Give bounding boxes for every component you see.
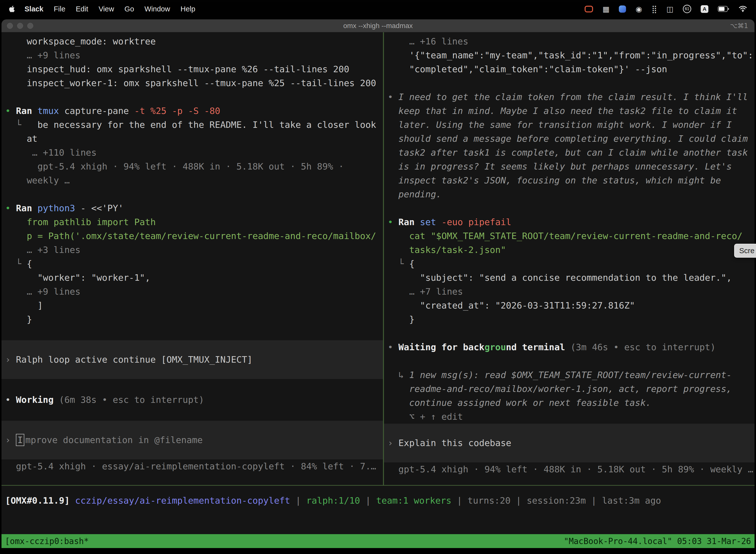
terminal-text-segment: { — [409, 259, 415, 269]
terminal-blank-line — [388, 76, 755, 90]
close-button[interactable] — [7, 23, 13, 29]
terminal-line: • Ran tmux capture-pane -t %25 -p -S -80 — [5, 104, 383, 118]
terminal-text-segment: "created_at": "2026-03-31T11:59:27.816Z" — [388, 300, 635, 311]
terminal-text-segment: } — [5, 314, 32, 324]
terminal-line: "subject": "send a concise recommendatio… — [388, 271, 755, 285]
terminal-text-segment: from pathlib import Path — [5, 217, 156, 227]
terminal-text-segment: └ — [388, 259, 409, 269]
prompt-input-row[interactable]: › Ralph loop active continue [OMX_TMUX_I… — [1, 340, 383, 379]
titlebar[interactable]: omx --xhigh --madmax ⌥⌘1 — [1, 19, 755, 32]
raycast-icon[interactable] — [619, 5, 626, 13]
terminal-text-segment: Working — [16, 395, 59, 405]
terminal-text-segment: at — [5, 133, 38, 144]
minimize-button[interactable] — [17, 23, 23, 29]
terminal-text-segment: python3 — [38, 203, 75, 213]
terminal-line: from pathlib import Path — [5, 215, 383, 229]
terminal-text-segment: task2 after task1 is complete, but can I… — [388, 148, 748, 158]
grid-icon[interactable]: ▦ — [603, 5, 610, 13]
terminal-line: … +9 lines — [5, 285, 383, 298]
terminal-line: • Ran python3 - <<'PY' — [5, 201, 383, 215]
terminal-text-segment: ↳ — [388, 370, 409, 380]
menu-app-name[interactable]: Slack — [19, 5, 49, 13]
terminal-text-segment: continue assigned work or next feasible … — [388, 398, 651, 408]
terminal-text-segment: { — [27, 259, 32, 269]
terminal-line: gpt-5.4 xhigh · 94% left · 488K in · 5.1… — [5, 160, 383, 173]
screen-record-indicator-icon[interactable] — [585, 6, 593, 12]
terminal-line: cat "$OMX_TEAM_STATE_ROOT/team/review-cu… — [388, 229, 755, 243]
terminal-text-segment: should send a message before completing … — [388, 133, 748, 144]
terminal-text-segment: Ran — [16, 106, 38, 116]
terminal-text-segment: › — [388, 438, 398, 448]
terminal-line: … +110 lines — [5, 146, 383, 160]
terminal-line: └ be necessary for the end of the README… — [5, 118, 383, 132]
terminal-text-segment: I — [16, 434, 24, 446]
terminal-text-segment: ] — [5, 300, 43, 311]
terminal-text-segment: … +7 lines — [388, 286, 463, 296]
terminal-content: workspace_mode: worktree … +9 lines insp… — [1, 32, 755, 548]
dots-grid-icon[interactable]: ⣿ — [651, 5, 657, 13]
terminal-text-segment: "worker": "worker-1", — [5, 273, 150, 283]
right-terminal-pane[interactable]: … +16 lines '{"team_name":"my-team","tas… — [384, 32, 755, 485]
wifi-icon[interactable] — [739, 6, 747, 12]
terminal-text-segment: • — [388, 342, 398, 352]
terminal-text-segment: • — [388, 92, 398, 102]
prompt-input-row[interactable]: › Improve documentation in @filename — [1, 421, 383, 459]
terminal-text-segment: › — [5, 354, 16, 365]
window-app-icon[interactable]: ◫ — [667, 5, 674, 13]
terminal-line: '{"team_name":"my-team","task_id":"1","f… — [388, 48, 755, 62]
circle-app-icon[interactable]: ◉ — [635, 5, 642, 13]
left-terminal-pane[interactable]: workspace_mode: worktree … +9 lines insp… — [1, 32, 383, 485]
terminal-text-segment: | — [360, 495, 376, 506]
terminal-text-segment: Waiting for back — [398, 342, 485, 352]
terminal-text-segment: … +9 lines — [5, 286, 80, 296]
menu-help[interactable]: Help — [175, 5, 201, 13]
terminal-blank-line — [388, 326, 755, 340]
terminal-line: later. Using the same for transition mig… — [388, 118, 755, 132]
menu-window[interactable]: Window — [139, 5, 175, 13]
terminal-line: … +16 lines — [388, 35, 755, 48]
terminal-line: should send a message before completing … — [388, 132, 755, 146]
terminal-line: └ { — [5, 257, 383, 271]
terminal-line: keep that in mind. Maybe I also need the… — [388, 104, 755, 118]
battery-gauge-icon[interactable]: 61 — [683, 5, 691, 13]
zoom-button[interactable] — [27, 23, 33, 29]
terminal-text-segment: └ — [5, 120, 38, 130]
terminal-blank-line — [5, 326, 383, 340]
terminal-line: • Waiting for background terminal (3m 46… — [388, 340, 755, 354]
battery-icon[interactable] — [718, 6, 729, 12]
terminal-text-segment: 1 new msg(s): read $OMX_TEAM_STATE_ROOT/… — [409, 370, 732, 380]
terminal-line: inspect_hud: omx sparkshell --tmux-pane … — [5, 62, 383, 76]
terminal-text-segment: (3m 46s • esc to interrupt) — [570, 342, 715, 352]
menu-view[interactable]: View — [93, 5, 119, 13]
menu-file[interactable]: File — [49, 5, 71, 13]
traffic-lights — [7, 19, 33, 32]
menu-go[interactable]: Go — [119, 5, 139, 13]
omx-hud-pane[interactable]: [OMX#0.11.9] cczip/essay/ai-reimplementa… — [1, 486, 755, 534]
input-source-icon[interactable]: A — [701, 5, 708, 13]
terminal-text-segment: grou — [485, 342, 506, 352]
window-shortcut-hint: ⌥⌘1 — [730, 19, 748, 32]
terminal-line: ⌥ + ↑ edit — [388, 410, 755, 424]
apple-menu[interactable] — [6, 5, 19, 13]
terminal-line: workspace_mode: worktree — [5, 35, 383, 48]
terminal-text-segment: • — [5, 203, 16, 213]
terminal-text-segment: ralph:1/10 — [306, 495, 360, 506]
terminal-line: • I need to get the claim token from the… — [388, 90, 755, 104]
terminal-blank-line — [5, 90, 383, 104]
prompt-input-row[interactable]: › Explain this codebase — [384, 424, 755, 462]
terminal-line: "completed","claim_token":"claim-token"}… — [388, 62, 755, 76]
terminal-text-segment: … +9 lines — [5, 50, 80, 60]
macos-menubar: Slack File Edit View Go Window Help ▦ ◉ … — [0, 0, 756, 18]
terminal-text-segment: • — [5, 106, 16, 116]
terminal-line: └ { — [388, 257, 755, 271]
terminal-text-segment: last:3m ago — [602, 495, 661, 506]
menu-edit[interactable]: Edit — [71, 5, 93, 13]
terminal-line: gpt-5.4 xhigh · 94% left · 488K in · 5.1… — [388, 462, 755, 476]
terminal-text-segment: … +3 lines — [5, 245, 80, 255]
terminal-text-segment: cczip/essay/ai-reimplementation-copyleft — [75, 495, 290, 506]
terminal-text-segment: I need to get the claim token from the c… — [398, 92, 748, 102]
terminal-text-segment: - <<'PY' — [75, 203, 124, 213]
terminal-line: p = Path('.omx/state/team/review-current… — [5, 229, 383, 243]
terminal-text-segment: tasks/task-2.json" — [388, 245, 506, 255]
terminal-line: … +3 lines — [5, 243, 383, 257]
